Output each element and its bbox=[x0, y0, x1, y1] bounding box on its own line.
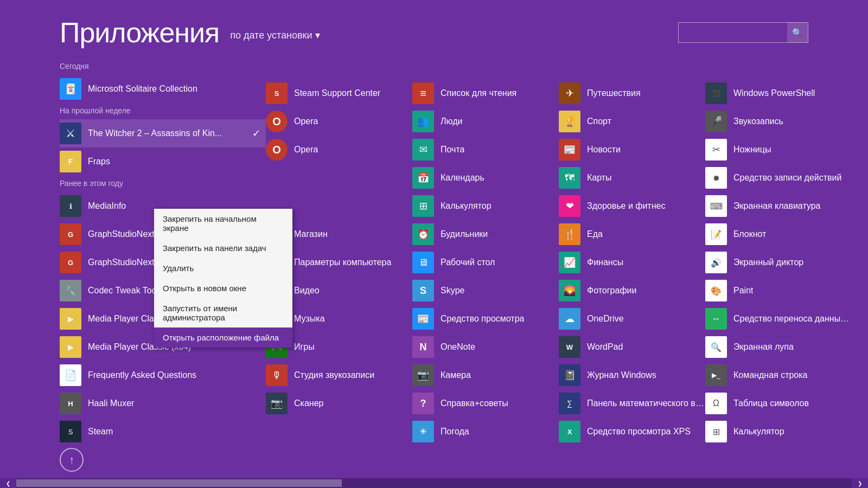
app-name: Экранная лупа bbox=[733, 342, 794, 352]
app-name: The Witcher 2 – Assassins of Kin... bbox=[88, 129, 222, 138]
scroll-left-button[interactable]: ❮ bbox=[0, 478, 16, 488]
scroll-up-button[interactable]: ↑ bbox=[60, 448, 84, 472]
list-item[interactable]: ⊞ Калькулятор bbox=[705, 418, 852, 446]
app-icon: 👥 bbox=[412, 111, 434, 132]
sort-button[interactable]: по дате установки ▾ bbox=[230, 29, 320, 41]
main-content: Сегодня 🃏 Microsoft Solitaire Collection… bbox=[0, 60, 868, 446]
list-item[interactable]: F Fraps bbox=[60, 147, 266, 176]
list-item[interactable]: H Haali Muxer bbox=[60, 389, 266, 418]
list-item[interactable]: 📷 Камера bbox=[412, 361, 559, 389]
app-name: Музыка bbox=[294, 314, 325, 324]
list-item[interactable]: W WordPad bbox=[559, 333, 705, 361]
list-item[interactable]: 📈 Финансы bbox=[559, 248, 705, 277]
app-name: Люди bbox=[441, 117, 462, 126]
app-icon: G bbox=[60, 252, 81, 273]
app-icon: H bbox=[60, 393, 81, 414]
list-item[interactable]: 🖥 Рабочий стол bbox=[412, 248, 559, 277]
context-menu-item[interactable]: Запустить от имени администратора bbox=[154, 298, 292, 328]
app-icon: ▶ bbox=[60, 336, 81, 358]
app-icon: ? bbox=[412, 393, 434, 414]
list-item[interactable]: ⌨ Экранная клавиатура bbox=[705, 192, 852, 220]
list-item[interactable]: 📄 Frequently Asked Questions bbox=[60, 361, 266, 389]
app-name: Рабочий стол bbox=[441, 258, 495, 267]
page-title: Приложения bbox=[60, 16, 219, 49]
list-item[interactable]: 🌄 Фотографии bbox=[559, 277, 705, 305]
checkmark-icon: ✓ bbox=[252, 127, 260, 139]
list-item[interactable]: ⊞ Калькулятор bbox=[412, 192, 559, 220]
list-item[interactable]: ▶_ Командная строка bbox=[705, 361, 852, 389]
list-item[interactable]: 📰 Новости bbox=[559, 136, 705, 164]
list-item[interactable]: ⏰ Будильники bbox=[412, 220, 559, 248]
scroll-thumb bbox=[16, 479, 342, 487]
list-item[interactable]: O Opera bbox=[266, 136, 412, 164]
list-item[interactable]: X Средство просмотра XPS bbox=[559, 418, 705, 446]
list-item[interactable]: ✉ Почта bbox=[412, 136, 559, 164]
list-item[interactable]: ≡ Список для чтения bbox=[412, 79, 559, 107]
list-item[interactable]: 📷 Сканер bbox=[266, 389, 412, 418]
app-name: Командная строка bbox=[733, 370, 808, 380]
app-icon: ≡ bbox=[412, 82, 434, 104]
list-item[interactable]: 🗺 Карты bbox=[559, 164, 705, 192]
context-menu-item[interactable]: Удалить bbox=[154, 258, 292, 278]
list-item[interactable]: ⚔ The Witcher 2 – Assassins of Kin... ✓ bbox=[60, 119, 266, 147]
context-menu-item[interactable]: Закрепить на панели задач bbox=[154, 238, 292, 258]
list-item[interactable]: ❤ Здоровье и фитнес bbox=[559, 192, 705, 220]
app-name: Средство просмотра XPS bbox=[587, 427, 691, 436]
app-icon: 🃏 bbox=[60, 78, 81, 100]
list-item[interactable]: 👥 Люди bbox=[412, 107, 559, 136]
app-name: OneDrive bbox=[587, 314, 624, 324]
list-item[interactable]: N OneNote bbox=[412, 333, 559, 361]
list-item[interactable]: 🎤 Звукозапись bbox=[705, 107, 852, 136]
list-item[interactable]: S Steam bbox=[60, 418, 266, 446]
list-item[interactable]: S Steam Support Center bbox=[266, 79, 412, 107]
app-icon: 📅 bbox=[412, 167, 434, 189]
list-item[interactable]: 📓 Журнал Windows bbox=[559, 361, 705, 389]
search-icon[interactable]: 🔍 bbox=[787, 22, 808, 43]
list-item[interactable]: 🃏 Microsoft Solitaire Collection bbox=[60, 75, 266, 103]
list-item[interactable]: 🏆 Спорт bbox=[559, 107, 705, 136]
list-item[interactable]: ∑ Панель математического ввода bbox=[559, 389, 705, 418]
list-item[interactable]: 🔍 Экранная лупа bbox=[705, 333, 852, 361]
list-item[interactable]: ☁ OneDrive bbox=[559, 305, 705, 333]
list-item[interactable]: 🔊 Экранный диктор bbox=[705, 248, 852, 277]
list-item[interactable]: ? Справка+советы bbox=[412, 389, 559, 418]
app-name: Спорт bbox=[587, 117, 611, 126]
list-item[interactable]: ☀ Погода bbox=[412, 418, 559, 446]
list-item[interactable]: ⬛ Windows PowerShell bbox=[705, 79, 852, 107]
app-name: Журнал Windows bbox=[587, 370, 656, 380]
list-item[interactable]: ✈ Путешествия bbox=[559, 79, 705, 107]
context-menu-item[interactable]: Открыть в новом окне bbox=[154, 278, 292, 298]
app-name: Блокнот bbox=[733, 229, 766, 239]
list-item[interactable]: S Skype bbox=[412, 277, 559, 305]
left-column: Сегодня 🃏 Microsoft Solitaire Collection… bbox=[60, 60, 266, 446]
app-icon: ⏺ bbox=[705, 167, 727, 189]
scroll-track[interactable] bbox=[16, 478, 852, 488]
list-item[interactable]: 📝 Блокнот bbox=[705, 220, 852, 248]
list-item[interactable]: 🎨 Paint bbox=[705, 277, 852, 305]
app-icon: 📷 bbox=[412, 364, 434, 386]
search-input[interactable] bbox=[679, 23, 787, 42]
app-name: Панель математического ввода bbox=[587, 399, 705, 408]
list-item[interactable]: ⏺ Средство записи действий bbox=[705, 164, 852, 192]
app-icon: F bbox=[60, 151, 81, 172]
app-name: OneNote bbox=[441, 342, 475, 352]
list-item[interactable]: ↔ Средство переноса данных Wi... bbox=[705, 305, 852, 333]
list-item[interactable]: 📅 Календарь bbox=[412, 164, 559, 192]
context-menu-item[interactable]: Закрепить на начальном экране bbox=[154, 209, 292, 238]
list-item[interactable]: 🎙 Студия звукозаписи bbox=[266, 361, 412, 389]
app-name: Haali Muxer bbox=[88, 399, 134, 408]
app-icon: 🔍 bbox=[705, 336, 727, 358]
app-icon: 🖥 bbox=[412, 252, 434, 273]
section-this-year: Ранее в этом году bbox=[60, 179, 266, 188]
context-menu-item-highlighted[interactable]: Открыть расположение файла bbox=[154, 328, 292, 348]
list-item[interactable]: Ω Таблица символов bbox=[705, 389, 852, 418]
app-name: Paint bbox=[733, 286, 753, 296]
list-item[interactable]: ✂ Ножницы bbox=[705, 136, 852, 164]
list-item[interactable]: 🍴 Еда bbox=[559, 220, 705, 248]
app-icon: X bbox=[559, 421, 580, 442]
list-item[interactable]: 📰 Средство просмотра bbox=[412, 305, 559, 333]
scroll-right-button[interactable]: ❯ bbox=[852, 478, 868, 488]
col3: ≡ Список для чтения 👥 Люди ✉ Почта 📅 Кал… bbox=[412, 60, 559, 446]
app-icon: ▶_ bbox=[705, 364, 727, 386]
list-item[interactable]: O Opera bbox=[266, 107, 412, 136]
